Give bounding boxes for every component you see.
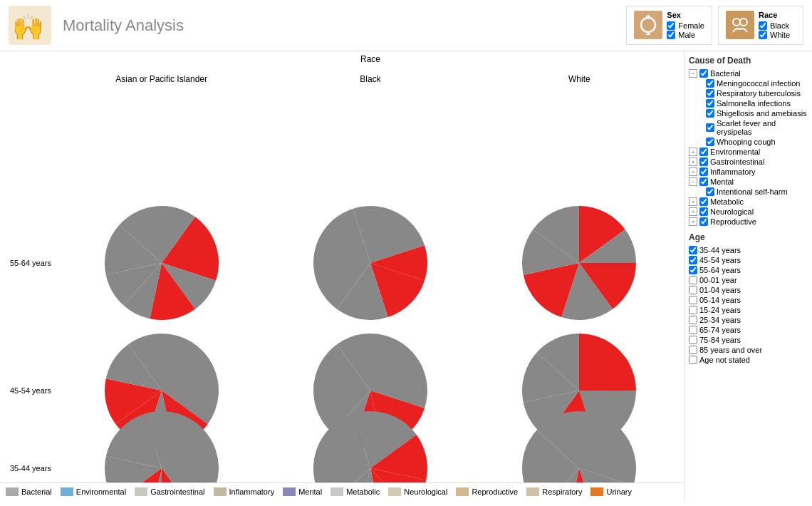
scarlet-check[interactable] (706, 123, 714, 132)
gastro-toggle[interactable]: + (689, 158, 697, 166)
svg-point-2 (641, 18, 655, 32)
chart-area: Race Asian or Pacific Islander Black Whi… (0, 51, 684, 500)
age-65-74-check[interactable] (689, 326, 697, 334)
bacterial-toggle[interactable]: − (689, 69, 697, 78)
age-05-14[interactable]: 05-14 years (689, 295, 808, 305)
shigellosis-check[interactable] (706, 109, 714, 118)
cause-mental[interactable]: − Mental (689, 177, 808, 187)
age-00-01-label: 00-01 year (699, 276, 737, 284)
bacterial-label: Bacterial (710, 69, 741, 78)
legend-swatch-metabolic (330, 487, 343, 496)
environmental-toggle[interactable]: + (689, 148, 697, 156)
inflammatory-toggle[interactable]: + (689, 167, 697, 176)
meningococcal-check[interactable] (706, 79, 714, 88)
age-85-over[interactable]: 85 years and over (689, 345, 808, 355)
age-00-01-check[interactable] (689, 276, 697, 284)
whooping-label: Whooping cough (717, 138, 776, 146)
metabolic-toggle[interactable]: + (689, 197, 697, 206)
age-75-84-check[interactable] (689, 336, 697, 344)
metabolic-label: Metabolic (710, 197, 744, 206)
cause-neurological[interactable]: + Neurological (689, 207, 808, 217)
legend-mental: Mental (283, 487, 322, 496)
age-35-44-check[interactable] (689, 246, 697, 254)
sex-female-label: Female (678, 21, 704, 30)
self-harm-check[interactable] (706, 187, 714, 196)
mental-toggle[interactable]: − (689, 177, 697, 186)
age-25-34[interactable]: 25-34 years (689, 315, 808, 325)
age-05-14-check[interactable] (689, 296, 697, 304)
race-header: Race (57, 51, 684, 73)
bacterial-check[interactable] (699, 69, 708, 78)
age-55-64-label: 55-64 years (699, 266, 741, 274)
neurological-check[interactable] (699, 207, 708, 216)
cause-scarlet-fever[interactable]: Scarlet fever and erysipelas (689, 118, 808, 137)
age-25-34-label: 25-34 years (699, 316, 741, 324)
legend-swatch-bacterial (6, 487, 19, 496)
cause-environmental[interactable]: + Environmental (689, 147, 808, 157)
metabolic-check[interactable] (699, 197, 708, 206)
age-01-04[interactable]: 01-04 years (689, 285, 808, 295)
cause-meningococcal[interactable]: Meningococcal infection (689, 78, 808, 88)
neurological-toggle[interactable]: + (689, 207, 697, 216)
sidebar: Cause of Death − Bacterial Meningococcal… (684, 51, 812, 500)
age-45-54-check[interactable] (689, 256, 697, 264)
self-harm-label: Intentional self-harm (717, 187, 788, 196)
cause-bacterial[interactable]: − Bacterial (689, 68, 808, 78)
legend-label-gastrointestinal: Gastrointestinal (150, 487, 204, 496)
chart-cell-35-asian (57, 454, 266, 482)
gastro-check[interactable] (699, 158, 708, 166)
race-black-item[interactable]: Black (759, 21, 790, 30)
mental-check[interactable] (699, 177, 708, 186)
age-25-34-check[interactable] (689, 316, 697, 324)
whooping-check[interactable] (706, 138, 714, 146)
age-55-64-check[interactable] (689, 266, 697, 274)
cause-respiratory-tb[interactable]: Respiratory tuberculosis (689, 88, 808, 98)
age-00-01[interactable]: 00-01 year (689, 275, 808, 285)
race-white-item[interactable]: White (759, 31, 790, 39)
legend-urinary: Urinary (590, 487, 631, 496)
cause-shigellosis[interactable]: Shigellosis and amebiasis (689, 108, 808, 118)
age-65-74-label: 65-74 years (699, 326, 741, 334)
cause-whooping[interactable]: Whooping cough (689, 137, 808, 147)
age-15-24-check[interactable] (689, 306, 697, 314)
sex-female-check[interactable] (667, 21, 675, 30)
cause-salmonella[interactable]: Salmonella infections (689, 98, 808, 108)
environmental-check[interactable] (699, 148, 708, 156)
cause-metabolic[interactable]: + Metabolic (689, 197, 808, 207)
cause-gastrointestinal[interactable]: + Gastrointestinal (689, 157, 808, 167)
cause-section-title: Cause of Death (689, 56, 808, 66)
age-section-title: Age (689, 232, 808, 242)
age-05-14-label: 05-14 years (699, 296, 741, 304)
resp-tb-check[interactable] (706, 89, 714, 98)
reproductive-check[interactable] (699, 217, 708, 226)
chart-cell-35-black (266, 454, 474, 482)
age-35-44[interactable]: 35-44 years (689, 245, 808, 255)
age-85-over-check[interactable] (689, 346, 697, 354)
salmonella-check[interactable] (706, 99, 714, 108)
age-45-54[interactable]: 45-54 years (689, 255, 808, 265)
cause-reproductive[interactable]: + Reproductive (689, 217, 808, 227)
col-header-white: White (475, 73, 684, 200)
sex-male-check[interactable] (667, 31, 675, 39)
sex-female-item[interactable]: Female (667, 21, 704, 30)
sex-male-item[interactable]: Male (667, 31, 704, 39)
reproductive-toggle[interactable]: + (689, 217, 697, 226)
pie-55-white (522, 206, 636, 320)
legend-label-respiratory: Respiratory (542, 487, 582, 496)
age-65-74[interactable]: 65-74 years (689, 325, 808, 335)
cause-self-harm[interactable]: Intentional self-harm (689, 187, 808, 197)
cause-inflammatory[interactable]: + Inflammatory (689, 167, 808, 177)
race-black-check[interactable] (759, 21, 767, 30)
age-15-24[interactable]: 15-24 years (689, 305, 808, 315)
race-white-check[interactable] (759, 31, 767, 39)
app-logo: 🙌 (9, 6, 51, 45)
age-75-84[interactable]: 75-84 years (689, 335, 808, 345)
inflammatory-check[interactable] (699, 167, 708, 176)
corner-cell (0, 51, 57, 73)
age-01-04-check[interactable] (689, 286, 697, 294)
row-label-35-44: 35-44 years (0, 454, 57, 482)
age-not-stated[interactable]: Age not stated (689, 355, 808, 365)
age-55-64[interactable]: 55-64 years (689, 265, 808, 275)
legend-label-reproductive: Reproductive (472, 487, 518, 496)
age-not-stated-check[interactable] (689, 356, 697, 364)
